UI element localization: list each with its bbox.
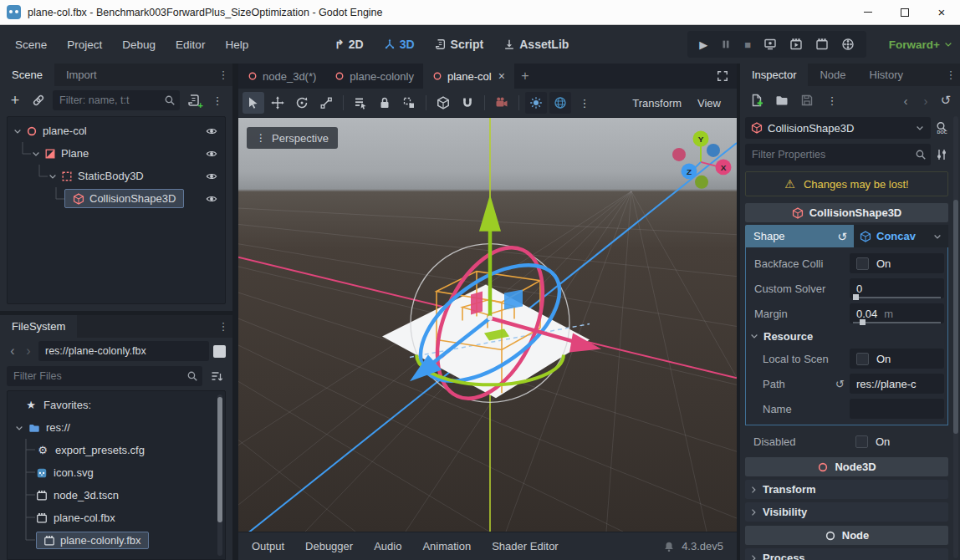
tree-row-collisionshape3d[interactable]: CollisionShape3D (8, 187, 225, 210)
menu-help[interactable]: Help (215, 38, 258, 51)
play-scene-button[interactable] (789, 38, 803, 51)
slider-grabber[interactable] (860, 319, 866, 325)
switch-2d[interactable]: ↱2D (334, 38, 364, 51)
group-transform[interactable]: Transform (745, 480, 948, 499)
stop-button[interactable]: ■ (744, 38, 751, 51)
play-button[interactable]: ▶ (699, 38, 707, 51)
tab-inspector[interactable]: Inspector (740, 64, 808, 86)
renderer-selector[interactable]: Forward+ (889, 25, 953, 64)
history-forward-icon[interactable]: › (919, 94, 932, 108)
preview-camera-button[interactable] (491, 92, 513, 114)
shape-value-dropdown[interactable]: Concav (854, 225, 948, 247)
pause-button[interactable] (720, 38, 732, 50)
menu-editor[interactable]: Editor (166, 38, 215, 51)
import-warning[interactable]: ⚠ Changes may be lost! (745, 171, 948, 196)
dock-menu-icon[interactable]: ⋮ (214, 64, 232, 86)
inspector-scrollbar[interactable] (953, 116, 958, 558)
visibility-eye-icon[interactable] (206, 148, 217, 160)
bottom-tab-output[interactable]: Output (252, 540, 284, 552)
current-path-input[interactable] (38, 345, 209, 357)
dock-menu-icon[interactable]: ⋮ (942, 64, 960, 86)
revert-icon[interactable]: ↺ (837, 230, 847, 243)
tab-filesystem[interactable]: FileSystem (0, 315, 77, 338)
notifications-bell-icon[interactable] (663, 541, 675, 552)
margin-slider[interactable] (853, 322, 941, 323)
neg-z-axis-ball[interactable] (707, 144, 720, 157)
group-node-button[interactable] (398, 92, 420, 114)
add-node-button[interactable]: + (6, 91, 24, 109)
tab-scene[interactable]: Scene (0, 64, 54, 86)
visibility-eye-icon[interactable] (206, 193, 217, 205)
scrollbar-thumb[interactable] (953, 200, 958, 434)
tree-row-plane-col[interactable]: plane-col (8, 120, 225, 142)
preview-environment-button[interactable] (549, 92, 571, 114)
resource-path-value[interactable]: res://plane-c (850, 374, 944, 394)
scale-tool-button[interactable] (315, 92, 337, 114)
bottom-tab-debugger[interactable]: Debugger (305, 540, 353, 552)
new-resource-button[interactable] (748, 91, 766, 109)
nav-back-icon[interactable]: ‹ (7, 344, 18, 359)
history-list-icon[interactable]: ↺ (939, 93, 952, 108)
nav-forward-icon[interactable]: › (23, 344, 34, 359)
3d-viewport[interactable]: Y X Z ⋮ Perspective (238, 118, 737, 532)
switch-assetlib[interactable]: AssetLib (503, 38, 569, 51)
open-docs-icon[interactable] (935, 121, 948, 135)
selected-node-box[interactable]: CollisionShape3D (64, 189, 184, 208)
view-axes-widget[interactable]: Y X Z (672, 130, 732, 188)
shape-property-label-cell[interactable]: Shape ↺ (745, 225, 854, 247)
scene-filter-input[interactable] (53, 94, 180, 106)
tree-row-staticbody3d[interactable]: StaticBody3D (8, 165, 225, 187)
group-visibility[interactable]: Visibility (745, 502, 948, 522)
maximize-button[interactable] (886, 0, 923, 25)
perspective-menu[interactable]: ⋮ Perspective (247, 127, 338, 149)
minimize-button[interactable] (850, 0, 886, 25)
expand-viewport-icon[interactable] (717, 70, 728, 82)
inspector-options-icon[interactable] (935, 148, 948, 161)
res-root-row[interactable]: res:// (8, 416, 225, 439)
scene-tab-node3d[interactable]: node_3d(*) (238, 64, 325, 89)
scene-tab-plane-colonly[interactable]: plane-colonly (325, 64, 423, 89)
file-row[interactable]: icon.svg (8, 461, 225, 484)
history-back-icon[interactable]: ‹ (899, 94, 912, 108)
visibility-eye-icon[interactable] (206, 171, 217, 182)
save-resource-button[interactable] (798, 91, 816, 109)
new-scene-tab-button[interactable]: + (514, 64, 536, 89)
movie-maker-button[interactable] (841, 38, 855, 51)
snap-object-button[interactable] (432, 92, 454, 114)
menu-debug[interactable]: Debug (112, 38, 166, 51)
scrollbar-thumb[interactable] (217, 397, 222, 522)
favorites-row[interactable]: ★ Favorites: (8, 394, 225, 416)
switch-3d[interactable]: 3D (384, 38, 415, 51)
tab-node[interactable]: Node (808, 64, 857, 86)
lock-node-button[interactable] (374, 92, 396, 114)
margin-spinbox[interactable]: 0.04 m (850, 303, 944, 323)
tab-import[interactable]: Import (54, 64, 109, 86)
list-select-tool-button[interactable] (350, 92, 371, 114)
chevron-down-icon[interactable] (14, 423, 24, 433)
attach-script-button[interactable]: + (185, 91, 203, 109)
close-tab-icon[interactable]: × (498, 69, 505, 83)
neg-x-axis-ball[interactable] (672, 148, 686, 161)
file-filter-input[interactable] (7, 370, 202, 382)
environment-options-icon[interactable]: ⋮ (574, 92, 595, 114)
tree-row-plane[interactable]: Plane (8, 142, 225, 165)
disabled-checkbox[interactable] (855, 435, 868, 448)
selected-file-box[interactable]: plane-colonly.fbx (36, 532, 149, 549)
transform-menu[interactable]: Transform (626, 97, 688, 109)
close-button[interactable]: × (923, 0, 960, 25)
switch-script[interactable]: Script (435, 38, 484, 51)
group-resource[interactable]: Resource (746, 326, 944, 346)
scene-tree-menu-icon[interactable]: ⋮ (208, 91, 227, 109)
filesystem-scrollbar[interactable] (217, 395, 222, 556)
file-row[interactable]: plane-col.fbx (8, 507, 225, 529)
neg-y-axis-ball[interactable] (695, 176, 708, 189)
view-menu[interactable]: View (691, 97, 728, 109)
toggle-split-mode-button[interactable] (213, 345, 226, 358)
instance-scene-button[interactable] (29, 91, 48, 109)
backface-checkbox[interactable] (856, 257, 869, 270)
edited-object-selector[interactable]: CollisionShape3D (745, 117, 931, 139)
bottom-tab-audio[interactable]: Audio (374, 540, 401, 552)
chevron-down-icon[interactable] (31, 149, 41, 159)
solver-spinbox[interactable]: 0 (850, 278, 944, 298)
resource-name-value[interactable] (850, 399, 944, 419)
